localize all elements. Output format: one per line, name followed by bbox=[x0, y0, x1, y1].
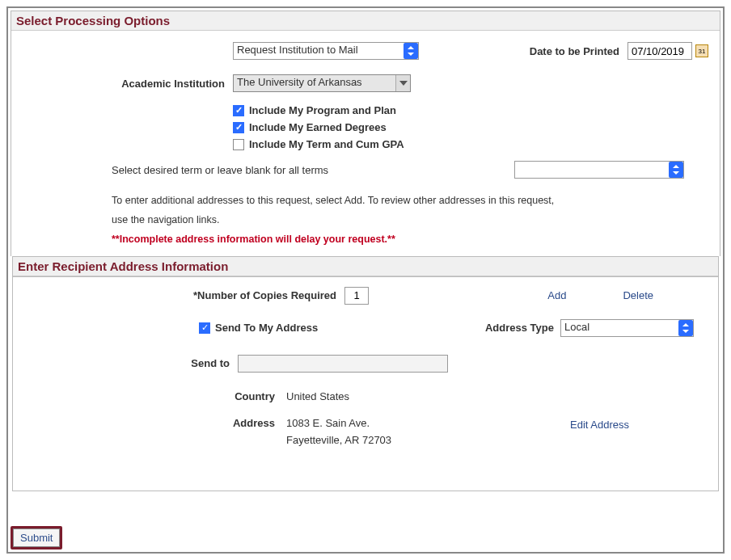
send-to-input[interactable] bbox=[238, 355, 448, 373]
country-row: Country United States bbox=[21, 387, 710, 406]
include-program-label: Include My Program and Plan bbox=[249, 104, 396, 116]
address-type-value: Local bbox=[564, 321, 589, 333]
edit-address-link[interactable]: Edit Address bbox=[570, 419, 629, 431]
dropdown-arrow-icon bbox=[669, 162, 683, 178]
dropdown-arrow-icon bbox=[404, 43, 418, 59]
delivery-method-value: Request Institution to Mail bbox=[237, 44, 358, 56]
academic-institution-value: The University of Arkansas bbox=[237, 76, 362, 88]
address-type-select[interactable]: Local bbox=[560, 319, 694, 337]
recipient-section: Enter Recipient Address Information bbox=[12, 256, 719, 277]
country-value: United States bbox=[286, 390, 349, 402]
dropdown-arrow-icon bbox=[395, 75, 410, 91]
calendar-icon[interactable]: 31 bbox=[695, 44, 708, 57]
country-label: Country bbox=[21, 390, 286, 402]
submit-button[interactable]: Submit bbox=[13, 528, 60, 547]
dropdown-arrow-icon bbox=[678, 320, 693, 336]
help-text: To enter additional addresses to this re… bbox=[112, 192, 564, 230]
term-select[interactable] bbox=[514, 161, 684, 179]
add-link[interactable]: Add bbox=[547, 289, 566, 301]
delivery-date-row: Request Institution to Mail Date to be P… bbox=[23, 39, 708, 63]
include-gpa-checkbox[interactable] bbox=[233, 139, 244, 150]
copies-input[interactable] bbox=[344, 287, 369, 305]
address-lines: 1083 E. Sain Ave. Fayetteville, AR 72703 bbox=[286, 417, 391, 446]
academic-institution-label: Academic Institution bbox=[23, 78, 233, 90]
warning-text: **Incomplete address information will de… bbox=[112, 234, 708, 245]
send-to-label: Send to bbox=[21, 357, 238, 369]
form-container: Select Processing Options Request Instit… bbox=[6, 6, 725, 554]
date-printed-input[interactable] bbox=[627, 42, 692, 60]
copies-label: *Number of Copies Required bbox=[21, 289, 344, 301]
include-degrees-row: ✓ Include My Earned Degrees bbox=[233, 119, 708, 136]
delete-link[interactable]: Delete bbox=[623, 289, 653, 301]
term-row: Select desired term or leave blank for a… bbox=[23, 158, 708, 182]
include-gpa-label: Include My Term and Cum GPA bbox=[249, 138, 404, 150]
term-label: Select desired term or leave blank for a… bbox=[112, 164, 328, 176]
copies-row: *Number of Copies Required Add Delete bbox=[21, 284, 710, 308]
academic-institution-row: Academic Institution The University of A… bbox=[23, 71, 708, 95]
recipient-body: *Number of Copies Required Add Delete ✓ … bbox=[12, 277, 719, 491]
address-label: Address bbox=[21, 417, 286, 429]
sendtome-row: ✓ Send To My Address Address Type Local bbox=[21, 316, 710, 340]
processing-header: Select Processing Options bbox=[11, 11, 720, 31]
processing-section: Select Processing Options Request Instit… bbox=[11, 11, 720, 256]
send-to-my-address-checkbox[interactable]: ✓ bbox=[199, 322, 210, 334]
delivery-method-select[interactable]: Request Institution to Mail bbox=[233, 42, 419, 60]
send-to-my-address-label: Send To My Address bbox=[215, 322, 318, 334]
academic-institution-select[interactable]: The University of Arkansas bbox=[233, 74, 411, 92]
submit-highlight: Submit bbox=[11, 526, 62, 549]
include-program-row: ✓ Include My Program and Plan bbox=[233, 102, 708, 119]
address-row: Address 1083 E. Sain Ave. Fayetteville, … bbox=[21, 414, 710, 449]
date-printed-label: Date to be Printed bbox=[530, 45, 627, 57]
send-to-row: Send to bbox=[21, 352, 710, 376]
include-gpa-row: Include My Term and Cum GPA bbox=[233, 136, 708, 153]
include-degrees-checkbox[interactable]: ✓ bbox=[233, 122, 244, 133]
include-degrees-label: Include My Earned Degrees bbox=[249, 121, 387, 133]
address-line2: Fayetteville, AR 72703 bbox=[286, 434, 391, 446]
address-type-label: Address Type bbox=[485, 322, 554, 334]
include-program-checkbox[interactable]: ✓ bbox=[233, 105, 244, 116]
recipient-header: Enter Recipient Address Information bbox=[13, 257, 718, 276]
address-line1: 1083 E. Sain Ave. bbox=[286, 417, 391, 429]
